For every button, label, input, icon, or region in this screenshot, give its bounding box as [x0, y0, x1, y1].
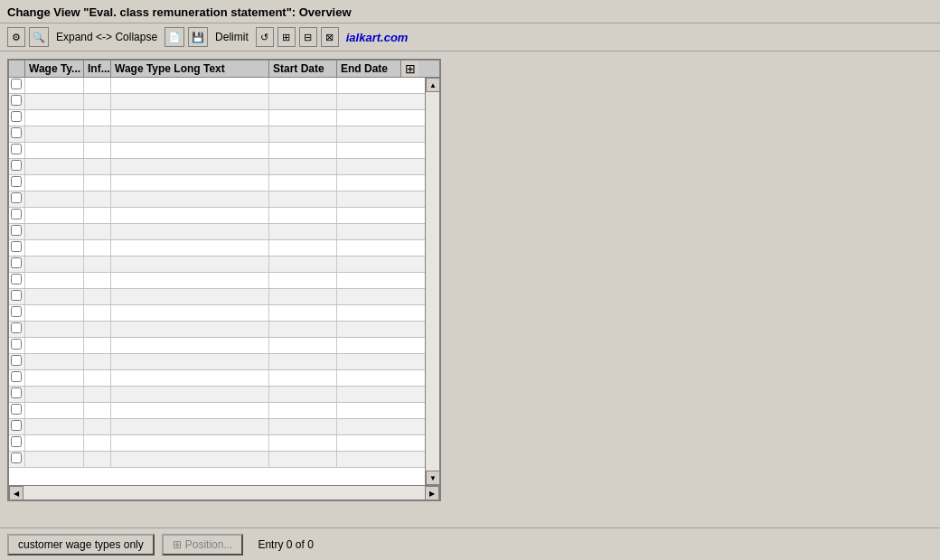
- row-select-cell[interactable]: [9, 370, 25, 386]
- row-select-cell[interactable]: [9, 322, 25, 337]
- inf-cell: [84, 143, 111, 158]
- row-select-cell[interactable]: [9, 208, 25, 223]
- start-date-cell: [269, 126, 337, 142]
- col-inf-header: Inf...: [84, 61, 111, 77]
- table-row[interactable]: [9, 419, 425, 435]
- table-row[interactable]: [9, 94, 425, 110]
- row-select-cell[interactable]: [9, 110, 25, 126]
- vertical-scrollbar[interactable]: ▲ ▼: [425, 78, 439, 485]
- table-header: Wage Ty... Inf... Wage Type Long Text St…: [9, 61, 439, 78]
- wage-type-cell: [25, 273, 84, 288]
- table-row[interactable]: [9, 143, 425, 159]
- row-select-cell[interactable]: [9, 289, 25, 304]
- row-select-cell[interactable]: [9, 191, 25, 207]
- settings-icon-btn[interactable]: ⚙: [7, 27, 25, 47]
- row-select-cell[interactable]: [9, 175, 25, 191]
- table-row[interactable]: [9, 452, 425, 468]
- table-row[interactable]: [9, 387, 425, 403]
- table-row[interactable]: [9, 159, 425, 175]
- delimit-btn[interactable]: Delimit: [212, 27, 252, 47]
- inf-cell: [84, 257, 111, 272]
- wage-type-cell: [25, 110, 84, 126]
- scroll-down-btn[interactable]: ▼: [426, 471, 439, 485]
- row-select-cell[interactable]: [9, 257, 25, 272]
- row-select-cell[interactable]: [9, 452, 25, 467]
- col-end-date-header: End Date: [337, 61, 400, 77]
- table-row[interactable]: [9, 354, 425, 370]
- start-date-cell: [269, 403, 337, 418]
- end-date-cell: [337, 175, 400, 191]
- row-select-cell[interactable]: [9, 159, 25, 174]
- row-select-cell[interactable]: [9, 305, 25, 321]
- table-row[interactable]: [9, 110, 425, 126]
- search-icon-btn[interactable]: 🔍: [29, 27, 49, 47]
- start-date-cell: [269, 208, 337, 223]
- row-select-cell[interactable]: [9, 78, 25, 93]
- horizontal-scrollbar[interactable]: ◀ ▶: [9, 486, 439, 499]
- save-btn[interactable]: 💾: [188, 27, 208, 47]
- wage-type-cell: [25, 78, 84, 93]
- table-row[interactable]: [9, 191, 425, 208]
- start-date-cell: [269, 435, 337, 451]
- refresh-btn[interactable]: ↺: [256, 27, 274, 47]
- wage-type-cell: [25, 387, 84, 402]
- scroll-left-btn[interactable]: ◀: [9, 486, 24, 500]
- row-select-cell[interactable]: [9, 273, 25, 288]
- row-select-cell[interactable]: [9, 143, 25, 158]
- table-row[interactable]: [9, 208, 425, 224]
- table-row[interactable]: [9, 240, 425, 257]
- table-row[interactable]: [9, 273, 425, 289]
- end-date-cell: [337, 224, 400, 239]
- row-select-cell[interactable]: [9, 126, 25, 142]
- table-row[interactable]: [9, 435, 425, 452]
- row-select-cell[interactable]: [9, 338, 25, 353]
- start-date-cell: [269, 370, 337, 386]
- table-row[interactable]: [9, 257, 425, 273]
- row-select-cell[interactable]: [9, 354, 25, 369]
- row-select-cell[interactable]: [9, 403, 25, 418]
- title-bar: Change View "Eval. class remuneration st…: [0, 0, 940, 23]
- wage-type-cell: [25, 289, 84, 304]
- column-settings-icon[interactable]: ⊞: [405, 61, 416, 76]
- row-select-cell[interactable]: [9, 435, 25, 451]
- copy-btn[interactable]: 📄: [164, 27, 184, 47]
- grid2-btn[interactable]: ⊟: [299, 27, 317, 47]
- row-select-cell[interactable]: [9, 240, 25, 256]
- wage-type-cell: [25, 224, 84, 239]
- row-select-cell[interactable]: [9, 94, 25, 109]
- scroll-up-btn[interactable]: ▲: [426, 78, 439, 92]
- long-text-cell: [111, 110, 269, 126]
- long-text-cell: [111, 94, 269, 109]
- table-body: ▲ ▼: [9, 78, 439, 485]
- table-row[interactable]: [9, 322, 425, 338]
- row-select-cell[interactable]: [9, 224, 25, 239]
- main-content: Wage Ty... Inf... Wage Type Long Text St…: [0, 51, 940, 509]
- inf-cell: [84, 78, 111, 93]
- end-date-cell: [337, 338, 400, 353]
- grid3-btn[interactable]: ⊠: [321, 27, 339, 47]
- col-icon-header[interactable]: ⊞: [400, 61, 418, 77]
- position-btn[interactable]: ⊞ Position...: [162, 534, 244, 555]
- scroll-track-h: [24, 486, 425, 499]
- table-row[interactable]: [9, 126, 425, 143]
- long-text-cell: [111, 435, 269, 451]
- table-row[interactable]: [9, 305, 425, 322]
- row-select-cell[interactable]: [9, 419, 25, 434]
- table-row[interactable]: [9, 338, 425, 354]
- long-text-cell: [111, 419, 269, 434]
- table-row[interactable]: [9, 175, 425, 191]
- expand-collapse-btn[interactable]: Expand <-> Collapse: [52, 27, 161, 47]
- table-row[interactable]: [9, 370, 425, 387]
- table-row[interactable]: [9, 224, 425, 240]
- table-row[interactable]: [9, 403, 425, 419]
- inf-cell: [84, 94, 111, 109]
- entry-info: Entry 0 of 0: [258, 538, 313, 551]
- wage-type-cell: [25, 208, 84, 223]
- customer-wage-types-btn[interactable]: customer wage types only: [7, 534, 155, 555]
- long-text-cell: [111, 78, 269, 93]
- scroll-right-btn[interactable]: ▶: [425, 486, 439, 500]
- table-row[interactable]: [9, 78, 425, 94]
- table-row[interactable]: [9, 289, 425, 305]
- row-select-cell[interactable]: [9, 387, 25, 402]
- grid1-btn[interactable]: ⊞: [277, 27, 296, 47]
